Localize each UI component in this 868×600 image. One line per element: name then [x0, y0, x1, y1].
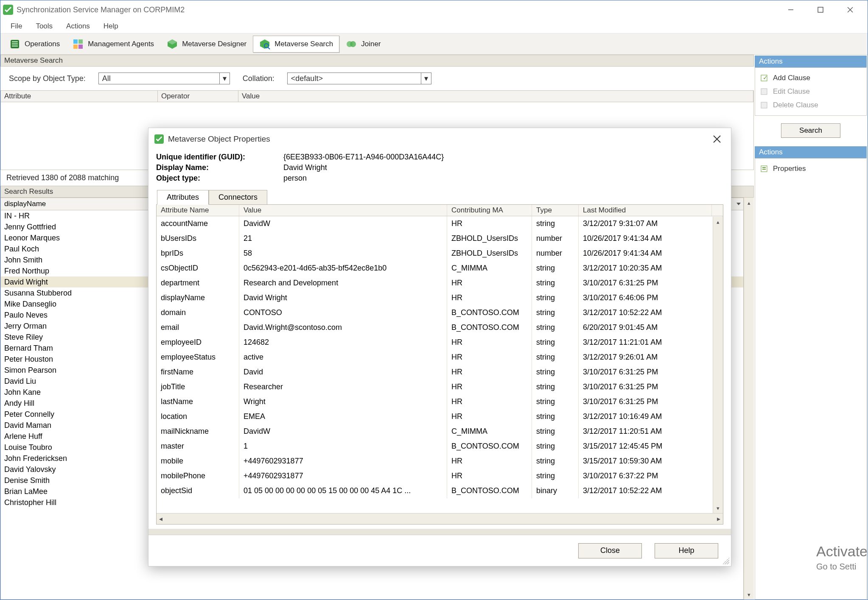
cell-mod: 3/10/2017 6:31:25 PM	[579, 365, 723, 380]
table-row[interactable]: accountNameDavidWHRstring3/12/2017 9:31:…	[157, 216, 723, 231]
scroll-right-icon[interactable]: ▸	[717, 515, 720, 523]
cell-mod: 3/10/2017 6:31:25 PM	[579, 276, 723, 290]
cell-type: string	[532, 409, 579, 424]
cell-mod: 3/10/2017 6:31:25 PM	[579, 394, 723, 409]
results-scrollbar[interactable]: ▴ ▾	[744, 198, 754, 600]
cell-name: department	[157, 276, 239, 290]
size-grip[interactable]	[721, 556, 729, 564]
col-attr-value[interactable]: Value	[239, 205, 447, 216]
table-row[interactable]: lastNameWrightHRstring3/10/2017 6:31:25 …	[157, 394, 723, 409]
menu-help[interactable]: Help	[98, 20, 124, 32]
cell-mod: 3/10/2017 6:37:22 PM	[579, 469, 723, 483]
toolbar-joiner[interactable]: Joiner	[339, 36, 387, 53]
svg-rect-7	[12, 43, 18, 45]
action-add-clause[interactable]: ✓ Add Clause	[759, 71, 862, 85]
cell-name: bUsersIDs	[157, 231, 239, 246]
menu-file[interactable]: File	[5, 20, 28, 32]
action-properties[interactable]: Properties	[759, 162, 862, 176]
scroll-up-icon[interactable]: ▴	[713, 217, 723, 227]
maximize-button[interactable]	[806, 0, 835, 19]
dialog-title: Metaverse Object Properties	[168, 134, 270, 144]
attributes-grid: Attribute Name Value Contributing MA Typ…	[156, 204, 723, 525]
scope-combo[interactable]: All ▾	[98, 73, 230, 84]
table-row[interactable]: master1B_CONTOSO.COMstring3/15/2017 12:4…	[157, 439, 723, 454]
attributes-rows[interactable]: accountNameDavidWHRstring3/12/2017 9:31:…	[157, 216, 723, 510]
scroll-down-icon[interactable]: ▾	[744, 589, 754, 600]
cell-value: 124682	[239, 335, 447, 350]
cell-type: string	[532, 261, 579, 276]
edit-clause-icon	[760, 87, 769, 96]
table-row[interactable]: bUsersIDs21ZBHOLD_UsersIDsnumber10/26/20…	[157, 231, 723, 246]
action-edit-clause: Edit Clause	[759, 85, 862, 98]
cell-name: accountName	[157, 216, 239, 231]
tab-connectors[interactable]: Connectors	[209, 190, 267, 205]
table-row[interactable]: departmentResearch and DevelopmentHRstri…	[157, 276, 723, 290]
table-row[interactable]: mailNicknameDavidWC_MIMMAstring3/12/2017…	[157, 424, 723, 439]
svg-rect-6	[12, 41, 18, 42]
table-row[interactable]: firstNameDavidHRstring3/10/2017 6:31:25 …	[157, 365, 723, 380]
col-attr-ma[interactable]: Contributing MA	[447, 205, 532, 216]
operations-icon	[9, 39, 20, 50]
table-row[interactable]: jobTitleResearcherHRstring3/10/2017 6:31…	[157, 380, 723, 394]
dialog-icon	[154, 134, 164, 144]
table-row[interactable]: domainCONTOSOB_CONTOSO.COMstring3/12/201…	[157, 305, 723, 320]
toolbar-metaverse-designer[interactable]: Metaverse Designer	[160, 36, 253, 53]
col-attr-type[interactable]: Type	[532, 205, 579, 216]
toolbar-metaverse-search[interactable]: Metaverse Search	[253, 36, 339, 53]
col-operator[interactable]: Operator	[158, 91, 238, 102]
actions-pane2-header: Actions	[755, 146, 867, 158]
table-row[interactable]: objectSid01 05 00 00 00 00 00 05 15 00 0…	[157, 483, 723, 498]
cell-name: employeeID	[157, 335, 239, 350]
table-row[interactable]: csObjectID0c562943-e201-4d65-ab35-bf542e…	[157, 261, 723, 276]
close-button[interactable]	[835, 0, 865, 19]
scroll-down-icon[interactable]: ▾	[713, 503, 723, 513]
table-row[interactable]: locationEMEAHRstring3/12/2017 10:16:49 A…	[157, 409, 723, 424]
cell-value: +4497602931877	[239, 454, 447, 469]
cell-name: bprIDs	[157, 246, 239, 261]
toolbar-operations-label: Operations	[25, 40, 60, 48]
cell-value: 58	[239, 246, 447, 261]
dialog-titlebar: Metaverse Object Properties	[148, 128, 731, 150]
collation-combo[interactable]: <default> ▾	[287, 73, 431, 84]
cell-type: string	[532, 394, 579, 409]
col-attr-mod[interactable]: Last Modified	[579, 205, 712, 216]
menu-actions[interactable]: Actions	[60, 20, 96, 32]
cell-ma: HR	[447, 365, 532, 380]
metaverse-object-properties-dialog: Metaverse Object Properties Unique ident…	[148, 128, 731, 567]
col-attribute[interactable]: Attribute	[1, 91, 158, 102]
cell-ma: HR	[447, 335, 532, 350]
cell-name: mailNickname	[157, 424, 239, 439]
grid-hscroll[interactable]: ◂ ▸	[157, 513, 723, 524]
cell-type: string	[532, 454, 579, 469]
table-row[interactable]: employeeID124682HRstring3/12/2017 11:21:…	[157, 335, 723, 350]
table-row[interactable]: employeeStatusactiveHRstring3/12/2017 9:…	[157, 350, 723, 365]
col-attr-name[interactable]: Attribute Name	[157, 205, 239, 216]
search-button[interactable]: Search	[781, 123, 840, 138]
toolbar-md-label: Metaverse Designer	[182, 40, 246, 48]
grid-vscroll[interactable]: ▴ ▾	[713, 217, 723, 513]
table-row[interactable]: displayNameDavid WrightHRstring3/10/2017…	[157, 290, 723, 305]
scroll-left-icon[interactable]: ◂	[159, 515, 162, 523]
col-value[interactable]: Value	[238, 91, 753, 102]
table-row[interactable]: bprIDs58ZBHOLD_UsersIDsnumber10/26/2017 …	[157, 246, 723, 261]
cell-name: csObjectID	[157, 261, 239, 276]
toolbar-operations[interactable]: Operations	[3, 36, 66, 53]
cell-value: 01 05 00 00 00 00 00 05 15 00 00 00 45 A…	[239, 483, 447, 498]
table-row[interactable]: mobilePhone+4497602931877HRstring3/10/20…	[157, 469, 723, 483]
dialog-help[interactable]: Help	[655, 543, 718, 558]
menu-tools[interactable]: Tools	[30, 20, 59, 32]
dialog-close-button[interactable]	[709, 134, 725, 145]
toolbar-management-agents[interactable]: Management Agents	[66, 36, 160, 53]
tab-attributes[interactable]: Attributes	[157, 190, 209, 205]
cell-name: employeeStatus	[157, 350, 239, 365]
scroll-up-icon[interactable]: ▴	[744, 198, 754, 208]
minimize-button[interactable]	[776, 0, 806, 19]
cell-name: domain	[157, 305, 239, 320]
table-row[interactable]: emailDavid.Wright@scontoso.comB_CONTOSO.…	[157, 320, 723, 335]
cell-name: mobilePhone	[157, 469, 239, 483]
table-row[interactable]: mobile+4497602931877HRstring3/15/2017 10…	[157, 454, 723, 469]
dialog-close[interactable]: Close	[578, 543, 642, 558]
cell-ma: B_CONTOSO.COM	[447, 320, 532, 335]
cell-value: CONTOSO	[239, 305, 447, 320]
svg-rect-12	[78, 45, 83, 49]
